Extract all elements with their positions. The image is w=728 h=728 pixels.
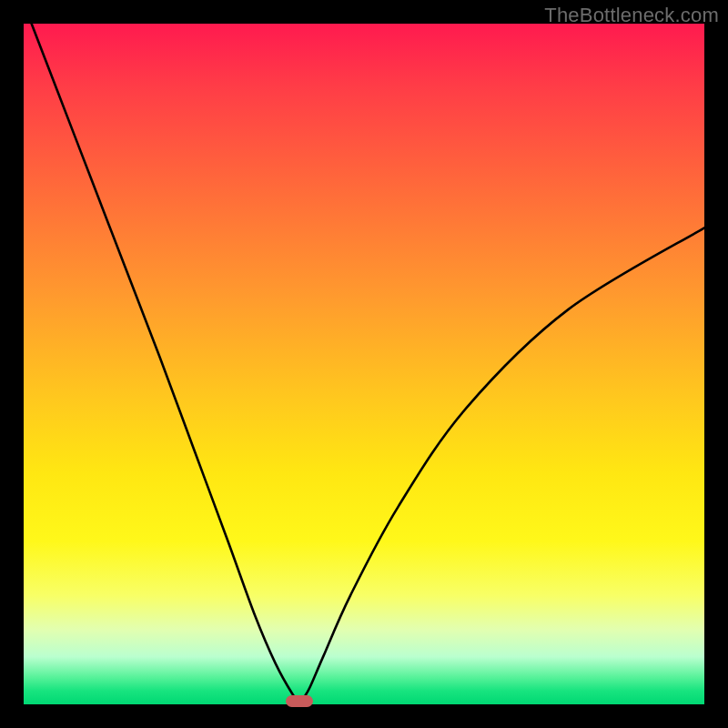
plot-area (24, 24, 704, 704)
watermark-text: TheBottleneck.com (544, 4, 719, 27)
bottleneck-curve (24, 24, 704, 704)
curve-path (24, 4, 704, 703)
chart-frame: TheBottleneck.com (0, 0, 728, 728)
optimum-marker (286, 695, 313, 707)
